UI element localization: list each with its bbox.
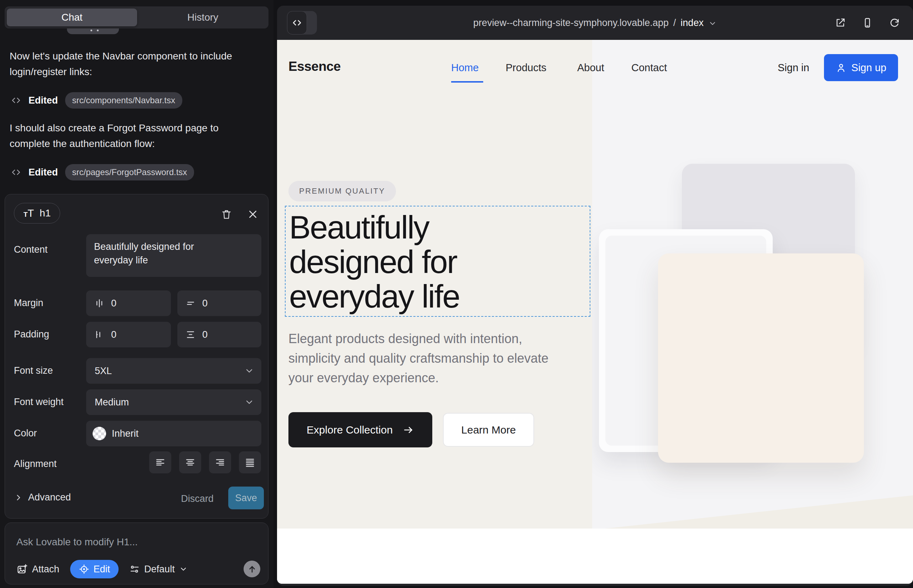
color-swatch [92, 427, 106, 440]
refresh-button[interactable] [889, 17, 900, 29]
close-inspector-button[interactable] [246, 207, 260, 221]
mode-label: Default [144, 564, 175, 575]
chevron-down-icon [708, 19, 717, 28]
premium-quality-badge: PREMIUM QUALITY [288, 181, 396, 202]
site-logo[interactable]: Essence [288, 59, 341, 74]
font-weight-value: Medium [95, 397, 129, 408]
text-size-icon: TT [24, 207, 34, 219]
page-selector[interactable]: index [680, 18, 704, 29]
edited-label: Edited [29, 95, 58, 106]
below-hero-section [277, 528, 913, 584]
hero-heading[interactable]: Beautifully designed for everyday life [289, 210, 459, 313]
url-separator: / [673, 18, 676, 29]
delete-element-button[interactable] [219, 207, 233, 221]
edited-file-pill[interactable]: src/components/Navbar.tsx [65, 92, 182, 108]
learn-more-button[interactable]: Learn More [443, 413, 534, 447]
nav-link-products[interactable]: Products [506, 62, 546, 74]
advanced-label: Advanced [28, 492, 71, 503]
font-weight-label: Font weight [14, 396, 64, 407]
margin-y-value: 0 [202, 298, 207, 309]
align-justify-button[interactable] [239, 451, 261, 473]
chevron-right-icon [14, 493, 23, 502]
margin-horizontal-icon [94, 298, 105, 309]
chat-composer[interactable]: Ask Lovable to modify H1... Attach Edit … [5, 522, 269, 585]
margin-x-input[interactable]: 0 [86, 291, 171, 316]
element-inspector-panel: TT h1 Content Beautifully designed for e… [5, 194, 269, 519]
mobile-view-button[interactable] [862, 17, 873, 29]
align-left-button[interactable] [149, 451, 171, 473]
explore-collection-label: Explore Collection [307, 424, 393, 436]
padding-y-input[interactable]: 0 [177, 322, 261, 347]
padding-y-value: 0 [202, 329, 207, 340]
tab-history[interactable]: History [137, 12, 269, 23]
open-in-new-tab-button[interactable] [835, 17, 846, 29]
preview-browser-frame: preview--charming-site-symphony.lovable.… [277, 6, 913, 586]
align-right-button[interactable] [209, 451, 231, 473]
margin-x-value: 0 [111, 298, 117, 309]
code-icon [11, 167, 21, 178]
color-label: Color [14, 428, 37, 439]
attach-button[interactable]: Attach [16, 564, 60, 575]
padding-x-value: 0 [111, 329, 117, 340]
edited-file-row: Edited src/components/Navbar.tsx [11, 92, 182, 109]
user-icon [836, 62, 847, 73]
font-size-value: 5XL [95, 365, 112, 376]
align-center-button[interactable] [179, 451, 201, 473]
edited-file-pill[interactable]: src/pages/ForgotPassword.tsx [65, 164, 194, 181]
edit-mode-pill[interactable]: Edit [70, 560, 119, 578]
url-bar[interactable]: preview--charming-site-symphony.lovable.… [473, 6, 717, 40]
send-button[interactable] [244, 561, 260, 577]
hero-card-cream [658, 254, 864, 463]
chat-message: I should also create a Forgot Password p… [10, 120, 261, 152]
image-plus-icon [16, 564, 28, 575]
alignment-label: Alignment [14, 459, 57, 470]
lovable-sidebar: Chat History Now let's update the Navbar… [0, 0, 274, 588]
code-icon [11, 95, 21, 106]
chevron-down-icon [244, 366, 254, 376]
nav-link-home[interactable]: Home [451, 62, 479, 74]
content-input[interactable]: Beautifully designed for everyday life [86, 234, 261, 277]
margin-y-input[interactable]: 0 [177, 291, 261, 316]
advanced-expander[interactable]: Advanced [14, 492, 71, 503]
mode-selector[interactable]: Default [129, 564, 188, 575]
nav-link-about[interactable]: About [577, 62, 604, 74]
element-tag-label: h1 [39, 207, 50, 219]
nav-link-contact[interactable]: Contact [631, 62, 667, 74]
color-value: Inherit [112, 428, 139, 439]
content-label: Content [14, 244, 48, 255]
font-size-select[interactable]: 5XL [86, 358, 261, 384]
padding-horizontal-icon [94, 329, 105, 340]
sign-up-button[interactable]: Sign up [824, 54, 898, 81]
chat-message: Now let's update the Navbar component to… [10, 48, 261, 80]
hero-right-panel [592, 40, 913, 528]
font-weight-select[interactable]: Medium [86, 389, 261, 415]
sign-in-link[interactable]: Sign in [778, 62, 809, 74]
margin-vertical-icon [185, 298, 196, 309]
preview-url: preview--charming-site-symphony.lovable.… [473, 18, 669, 29]
code-preview-toggle[interactable] [287, 11, 317, 34]
padding-x-input[interactable]: 0 [86, 322, 171, 347]
edited-label: Edited [29, 167, 58, 178]
sign-up-label: Sign up [851, 62, 886, 74]
composer-placeholder[interactable]: Ask Lovable to modify H1... [16, 536, 138, 548]
margin-label: Margin [14, 297, 44, 309]
content-value: Beautifully designed for everyday life [94, 240, 217, 267]
color-select[interactable]: Inherit [86, 421, 261, 446]
save-button[interactable]: Save [228, 486, 264, 509]
discard-button[interactable]: Discard [176, 493, 219, 504]
chevron-down-icon [244, 397, 254, 407]
edited-file-row: Edited src/pages/ForgotPassword.tsx [11, 164, 194, 181]
target-icon [79, 564, 89, 575]
active-nav-underline [451, 81, 483, 82]
padding-vertical-icon [185, 329, 196, 340]
sliders-icon [129, 564, 140, 575]
padding-label: Padding [14, 329, 49, 340]
code-icon [287, 11, 307, 34]
explore-collection-button[interactable]: Explore Collection [288, 412, 432, 447]
attach-label: Attach [32, 564, 60, 575]
tab-chat[interactable]: Chat [7, 8, 137, 26]
site-preview-viewport: Essence Home Products About Contact Sign… [277, 40, 913, 584]
browser-toolbar: preview--charming-site-symphony.lovable.… [277, 6, 913, 40]
arrow-right-icon [403, 424, 414, 436]
edit-label: Edit [94, 564, 110, 575]
